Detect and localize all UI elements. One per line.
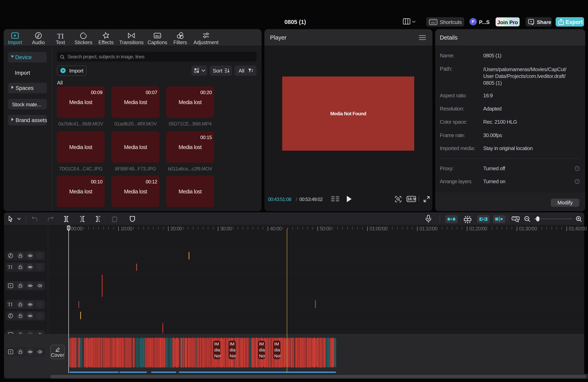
- svg-text:40:00: 40:00: [270, 226, 282, 231]
- svg-text:?: ?: [576, 167, 578, 170]
- svg-text:10:00: 10:00: [121, 226, 132, 231]
- svg-text:30:00: 30:00: [220, 226, 232, 231]
- svg-text:01:30:00: 01:30:00: [519, 226, 537, 231]
- svg-text:50:00: 50:00: [320, 226, 331, 231]
- svg-text:01:20:00: 01:20:00: [469, 226, 487, 231]
- svg-text:00:00: 00:00: [71, 226, 83, 231]
- svg-text:01:10:00: 01:10:00: [420, 226, 437, 231]
- svg-text:20:00: 20:00: [170, 226, 182, 231]
- svg-text:?: ?: [576, 180, 578, 183]
- svg-text:01:00:00: 01:00:00: [370, 226, 387, 231]
- svg-text:01:40:00: 01:40:00: [569, 226, 587, 231]
